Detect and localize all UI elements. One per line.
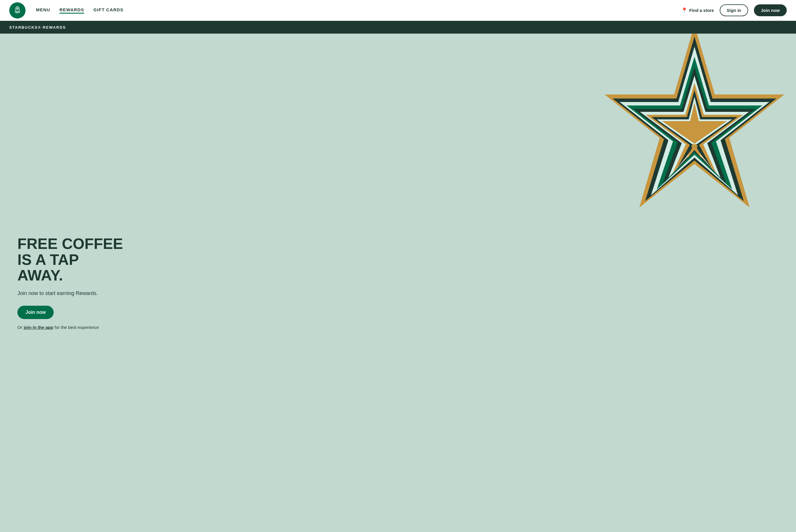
hero-content: FREE COFFEE IS A TAP AWAY. Join now to s… <box>0 213 145 353</box>
nav-menu[interactable]: MENU <box>36 7 50 13</box>
join-app-link[interactable]: join in the app <box>24 325 53 330</box>
starbucks-logo[interactable] <box>9 2 25 19</box>
logo-circle <box>9 2 25 19</box>
find-store-label: Find a store <box>689 8 714 13</box>
svg-point-3 <box>17 7 18 8</box>
subnav: STARBUCKS® REWARDS <box>0 21 796 34</box>
join-now-nav-button[interactable]: Join now <box>754 4 787 16</box>
headline-line1: FREE COFFEE <box>17 235 123 252</box>
hero-headline: FREE COFFEE IS A TAP AWAY. <box>17 236 128 283</box>
navbar-left: MENU REWARDS GIFT CARDS <box>9 2 124 19</box>
star-graphic <box>576 34 796 254</box>
navbar-right: 📍 Find a store Sign in Join now <box>681 4 787 16</box>
hero-subtext: Join now to start earning Rewards. <box>17 290 128 297</box>
navbar: MENU REWARDS GIFT CARDS 📍 Find a store S… <box>0 0 796 21</box>
pin-icon: 📍 <box>681 7 688 14</box>
app-text-pre: Or <box>17 325 22 330</box>
join-now-hero-button[interactable]: Join now <box>17 306 54 319</box>
subnav-label: STARBUCKS® REWARDS <box>9 25 66 30</box>
hero-section: FREE COFFEE IS A TAP AWAY. Join now to s… <box>0 34 796 532</box>
find-store-link[interactable]: 📍 Find a store <box>681 7 714 14</box>
sign-in-button[interactable]: Sign in <box>720 4 748 16</box>
nav-gift-cards[interactable]: GIFT CARDS <box>93 7 124 13</box>
app-text-post: for the best experience <box>55 325 99 330</box>
headline-line2: IS A TAP AWAY. <box>17 251 78 284</box>
app-text: Or join in the app for the best experien… <box>17 325 128 330</box>
nav-rewards[interactable]: REWARDS <box>59 7 84 14</box>
nav-links: MENU REWARDS GIFT CARDS <box>36 7 124 14</box>
